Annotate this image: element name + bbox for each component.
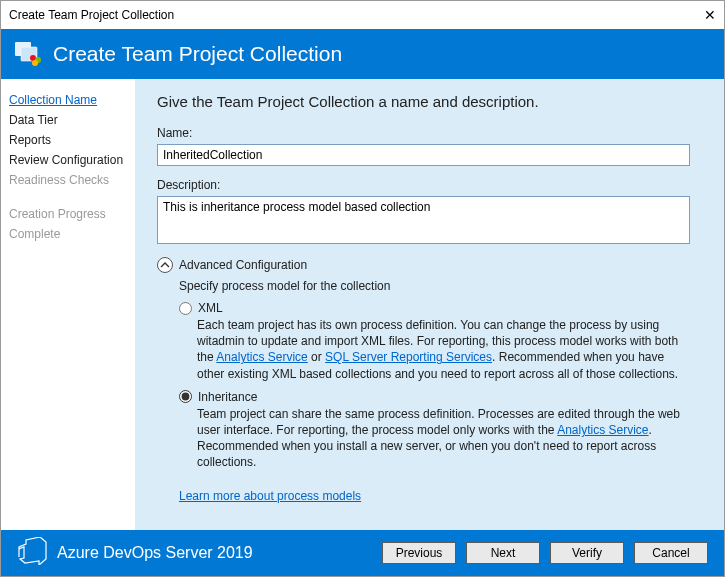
- footer-buttons: Previous Next Verify Cancel: [382, 542, 708, 564]
- radio-inheritance[interactable]: [179, 390, 192, 403]
- radio-inheritance-desc: Team project can share the same process …: [197, 406, 690, 471]
- footer-brand-text: Azure DevOps Server 2019: [57, 544, 253, 562]
- radio-xml-desc: Each team project has its own process de…: [197, 317, 690, 382]
- sidebar-item-creation-progress: Creation Progress: [9, 207, 127, 221]
- name-input[interactable]: [157, 144, 690, 166]
- content: Collection Name Data Tier Reports Review…: [1, 79, 724, 530]
- svg-point-4: [32, 60, 38, 66]
- window-title: Create Team Project Collection: [9, 8, 174, 22]
- sidebar-item-readiness-checks: Readiness Checks: [9, 173, 127, 187]
- previous-button[interactable]: Previous: [382, 542, 456, 564]
- radio-inheritance-row[interactable]: Inheritance: [179, 390, 690, 404]
- titlebar: Create Team Project Collection ✕: [1, 1, 724, 29]
- banner: Create Team Project Collection: [1, 29, 724, 79]
- name-label: Name:: [157, 126, 690, 140]
- sidebar-item-complete: Complete: [9, 227, 127, 241]
- page-heading: Give the Team Project Collection a name …: [157, 93, 690, 110]
- sidebar-item-reports[interactable]: Reports: [9, 133, 127, 147]
- advanced-config-expander[interactable]: Advanced Configuration: [157, 257, 690, 273]
- link-analytics-service-2[interactable]: Analytics Service: [557, 423, 648, 437]
- link-learn-more[interactable]: Learn more about process models: [179, 489, 361, 503]
- sidebar-item-collection-name[interactable]: Collection Name: [9, 93, 127, 107]
- close-icon[interactable]: ✕: [704, 7, 716, 23]
- footer: Azure DevOps Server 2019 Previous Next V…: [1, 530, 724, 576]
- collection-icon: [15, 42, 43, 66]
- description-label: Description:: [157, 178, 690, 192]
- verify-button[interactable]: Verify: [550, 542, 624, 564]
- radio-xml[interactable]: [179, 302, 192, 315]
- chevron-up-icon[interactable]: [157, 257, 173, 273]
- sidebar-item-data-tier[interactable]: Data Tier: [9, 113, 127, 127]
- specify-model-label: Specify process model for the collection: [179, 279, 690, 293]
- radio-inheritance-label: Inheritance: [198, 390, 257, 404]
- sidebar-item-review-configuration[interactable]: Review Configuration: [9, 153, 127, 167]
- cancel-button[interactable]: Cancel: [634, 542, 708, 564]
- next-button[interactable]: Next: [466, 542, 540, 564]
- main-panel: Give the Team Project Collection a name …: [135, 79, 724, 530]
- banner-heading: Create Team Project Collection: [53, 42, 342, 66]
- azure-devops-icon: [17, 537, 47, 569]
- description-input[interactable]: This is inheritance process model based …: [157, 196, 690, 244]
- link-sql-reporting-services[interactable]: SQL Server Reporting Services: [325, 350, 492, 364]
- radio-xml-row[interactable]: XML: [179, 301, 690, 315]
- sidebar: Collection Name Data Tier Reports Review…: [1, 79, 135, 530]
- advanced-config-label: Advanced Configuration: [179, 258, 307, 272]
- link-analytics-service-1[interactable]: Analytics Service: [216, 350, 307, 364]
- radio-xml-label: XML: [198, 301, 223, 315]
- footer-brand: Azure DevOps Server 2019: [17, 537, 372, 569]
